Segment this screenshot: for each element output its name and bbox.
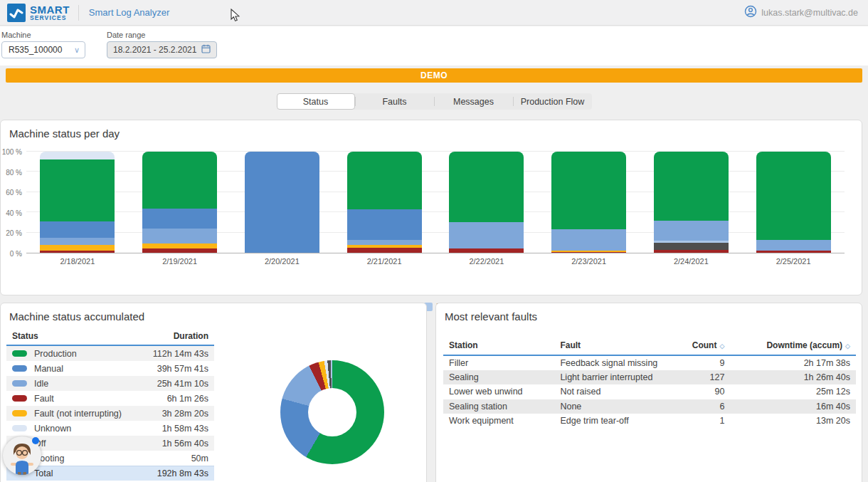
bar-segment-idle[interactable] bbox=[142, 229, 217, 243]
x-tick-label: 2/20/2021 bbox=[231, 257, 334, 266]
stacked-bar-2/25/2021[interactable] bbox=[756, 152, 831, 253]
bar-segment-fault[interactable] bbox=[347, 248, 422, 253]
status-row-manual[interactable]: Manual39h 57m 41s bbox=[6, 361, 214, 376]
column-status[interactable]: Status bbox=[12, 331, 38, 341]
tab-production-flow[interactable]: Production Flow bbox=[514, 93, 592, 110]
fault-row-filler[interactable]: FillerFeedback signal missing92h 17m 38s bbox=[443, 355, 856, 370]
bar-segment-unknown[interactable] bbox=[40, 152, 115, 159]
tab-status[interactable]: Status bbox=[277, 93, 355, 110]
bar-segment-manual[interactable] bbox=[347, 209, 422, 240]
bar-slot bbox=[231, 152, 334, 253]
logo-chart-icon bbox=[7, 4, 26, 22]
bar-segment-production[interactable] bbox=[654, 152, 729, 221]
machine-status-accumulated-card: Machine status accumulated Status Durati… bbox=[0, 303, 427, 482]
stacked-bar-2/22/2021[interactable] bbox=[449, 152, 524, 253]
fault-cell: Feedback signal missing bbox=[554, 355, 686, 370]
x-axis-labels: 2/18/20212/19/20212/20/20212/21/20212/22… bbox=[26, 257, 845, 266]
chatbot-assistant-button[interactable] bbox=[3, 436, 43, 476]
status-row-fault-(not-interrupting)[interactable]: Fault (not interrupting)3h 28m 20s bbox=[6, 406, 214, 421]
bar-segment-fault[interactable] bbox=[142, 248, 217, 253]
fault-row-sealing[interactable]: SealingLight barrier interrupted1271h 26… bbox=[443, 370, 856, 385]
machine-select[interactable]: R535_100000 ∨ bbox=[1, 41, 85, 58]
bar-segment-production[interactable] bbox=[40, 159, 115, 221]
faults-title: Most relevant faults bbox=[436, 303, 862, 323]
bar-segment-idle[interactable] bbox=[449, 222, 524, 248]
bar-segment-fault-(not-interrupting)[interactable] bbox=[40, 245, 115, 251]
chart-title: Machine status per day bbox=[1, 120, 862, 140]
bar-segment-idle[interactable] bbox=[654, 221, 729, 241]
x-tick-label: 2/21/2021 bbox=[333, 257, 435, 266]
sort-icon[interactable]: ◇ bbox=[719, 342, 724, 350]
bar-segment-fault-(not-interrupting)[interactable] bbox=[142, 243, 217, 248]
stacked-bar-2/19/2021[interactable] bbox=[142, 152, 217, 253]
status-row-idle[interactable]: Idle25h 41m 10s bbox=[6, 376, 214, 391]
notification-dot bbox=[32, 437, 39, 444]
bar-segment-production[interactable] bbox=[449, 152, 524, 222]
bar-segment-fault[interactable] bbox=[449, 248, 524, 253]
bar-segment-fault[interactable] bbox=[40, 251, 115, 253]
y-tick-label: 20 % bbox=[6, 229, 22, 237]
bar-segment-idle[interactable] bbox=[347, 240, 422, 245]
machine-status-per-day-card: Machine status per day 0 %20 %40 %60 %80… bbox=[0, 120, 862, 295]
machine-select-value: R535_100000 bbox=[9, 45, 62, 55]
status-cell: Idle bbox=[12, 379, 48, 389]
bar-segment-manual[interactable] bbox=[142, 209, 217, 229]
fault-row-sealing-station[interactable]: Sealing stationNone616m 40s bbox=[443, 399, 856, 414]
app-title: Smart Log Analyzer bbox=[89, 7, 169, 18]
stacked-bar-2/24/2021[interactable] bbox=[654, 152, 729, 253]
status-name: Idle bbox=[34, 379, 48, 389]
bar-segment-production[interactable] bbox=[142, 152, 217, 209]
status-cell: Fault bbox=[12, 394, 54, 404]
bar-segment-production[interactable] bbox=[551, 152, 626, 229]
bar-segment-fault[interactable] bbox=[551, 252, 626, 253]
accumulated-title: Machine status accumulated bbox=[1, 303, 426, 323]
fault-row-lower-web-unwind[interactable]: Lower web unwindNot raised9025m 12s bbox=[443, 384, 856, 399]
status-row-production[interactable]: Production112h 14m 43s bbox=[6, 346, 214, 361]
tab-bar: StatusFaultsMessagesProduction Flow bbox=[0, 93, 868, 110]
tab-messages[interactable]: Messages bbox=[435, 93, 513, 110]
bar-segment-idle[interactable] bbox=[756, 240, 831, 251]
y-axis: 0 %20 %40 %60 %80 %100 % bbox=[1, 152, 23, 253]
user-email[interactable]: lukas.stark@multivac.de bbox=[761, 8, 858, 18]
bar-segment-manual[interactable] bbox=[245, 152, 319, 253]
sort-icon[interactable]: ◇ bbox=[845, 342, 850, 350]
x-tick-label: 2/24/2021 bbox=[640, 257, 743, 266]
stacked-bar-2/20/2021[interactable] bbox=[245, 152, 319, 253]
bar-segment-idle[interactable] bbox=[40, 238, 115, 245]
bar-segment-fault[interactable] bbox=[654, 250, 729, 253]
bar-segment-manual[interactable] bbox=[40, 221, 115, 238]
column-duration[interactable]: Duration bbox=[174, 331, 208, 341]
stacked-bar-2/18/2021[interactable] bbox=[40, 152, 115, 253]
bar-segment-fault[interactable] bbox=[756, 251, 831, 253]
tab-faults[interactable]: Faults bbox=[356, 93, 434, 110]
status-row-unknown[interactable]: Unknown1h 58m 43s bbox=[6, 421, 214, 436]
machine-label: Machine bbox=[1, 31, 85, 39]
user-icon[interactable] bbox=[744, 5, 757, 21]
date-range-button[interactable]: 18.2.2021 - 25.2.2021 bbox=[107, 41, 217, 58]
bar-segment-production[interactable] bbox=[756, 152, 831, 240]
bar-slot bbox=[129, 152, 231, 253]
stacked-bar-2/23/2021[interactable] bbox=[551, 152, 626, 253]
bar-segment-idle[interactable] bbox=[551, 229, 626, 251]
status-donut-chart[interactable] bbox=[280, 360, 384, 464]
status-row-fault[interactable]: Fault6h 1m 26s bbox=[6, 391, 214, 406]
downtime-cell: 2h 17m 38s bbox=[748, 355, 856, 370]
stacked-bar-2/21/2021[interactable] bbox=[347, 152, 422, 253]
duration-value: 1h 56m 40s bbox=[162, 439, 208, 449]
fault-row-work-equipment[interactable]: Work equipmentEdge trim tear-off113m 20s bbox=[443, 414, 856, 429]
count-cell: 90 bbox=[687, 384, 749, 399]
header-divider bbox=[78, 5, 79, 21]
bar-segment-production[interactable] bbox=[347, 152, 422, 209]
status-cell: Production bbox=[12, 349, 77, 359]
bar-segment-off[interactable] bbox=[654, 243, 729, 250]
downtime-cell: 1h 26m 40s bbox=[748, 370, 856, 385]
faults-column-count[interactable]: Count◇ bbox=[687, 336, 749, 355]
faults-column-station: Station bbox=[443, 336, 554, 355]
smart-services-logo[interactable]: SMART SERVICES bbox=[0, 4, 70, 22]
duration-value: 3h 28m 20s bbox=[162, 409, 208, 419]
faults-column-downtime-accum-[interactable]: Downtime (accum)◇ bbox=[748, 336, 856, 355]
count-cell: 1 bbox=[687, 414, 749, 429]
duration-value: 1h 58m 43s bbox=[162, 424, 208, 434]
x-tick-label: 2/25/2021 bbox=[742, 257, 845, 266]
station-cell: Filler bbox=[443, 355, 554, 370]
